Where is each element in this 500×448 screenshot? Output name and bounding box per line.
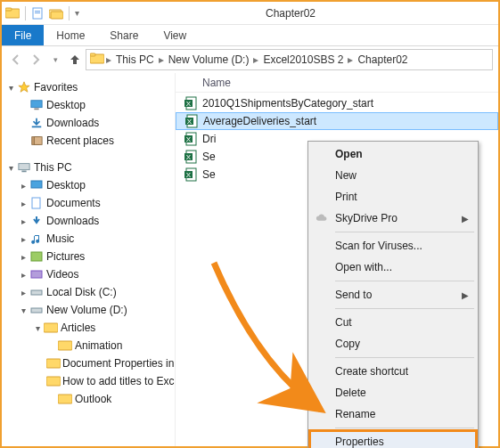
open-icon[interactable]	[49, 6, 63, 20]
breadcrumb-part[interactable]: New Volume (D:)	[166, 53, 252, 66]
file-row-selected[interactable]: X AverageDeliveries_start	[176, 112, 498, 130]
svg-text:X: X	[186, 135, 192, 143]
collapse-icon[interactable]: ▾	[5, 83, 16, 93]
menu-label: Properties	[335, 436, 384, 448]
menu-label: Create shortcut	[335, 365, 408, 378]
sidebar-item-newvolume[interactable]: ▾New Volume (D:)	[2, 301, 175, 319]
favorites-header[interactable]: ▾ Favorites	[2, 78, 175, 96]
menu-label: Send to	[335, 289, 372, 301]
menu-item-rename[interactable]: Rename	[310, 403, 476, 425]
chevron-right-icon[interactable]: ▸	[251, 53, 260, 66]
music-icon	[29, 232, 45, 245]
expand-icon[interactable]: ▸	[18, 288, 29, 297]
svg-rect-15	[21, 171, 26, 173]
menu-item-new[interactable]: New	[310, 165, 476, 186]
excel-icon: X	[183, 96, 201, 110]
expand-icon[interactable]: ▸	[18, 199, 29, 208]
sidebar-item-music[interactable]: ▸Music	[2, 230, 175, 248]
svg-text:X: X	[187, 118, 193, 126]
properties-icon[interactable]	[31, 6, 45, 20]
forward-button[interactable]	[27, 51, 45, 69]
sidebar-subitem[interactable]: How to add titles to Excel charts	[2, 372, 175, 390]
expand-icon[interactable]: ▸	[18, 216, 29, 226]
menu-item-open[interactable]: Open	[310, 143, 476, 165]
sidebar-item-label: New Volume (D:)	[45, 304, 127, 316]
address-row: ▾ ▸ This PC ▸ New Volume (D:) ▸ Excel201…	[2, 46, 498, 73]
menu-separator	[335, 357, 474, 358]
menu-item-copy[interactable]: Copy	[310, 333, 476, 354]
sidebar-item-documents[interactable]: ▸Documents	[2, 194, 175, 212]
menu-separator	[335, 232, 474, 232]
menu-label: Open with...	[335, 261, 392, 273]
sidebar-item-downloads[interactable]: Downloads	[2, 114, 175, 132]
menu-item-scan[interactable]: Scan for Viruses...	[310, 235, 476, 257]
expand-icon[interactable]: ▸	[18, 270, 29, 280]
chevron-right-icon[interactable]: ▸	[104, 53, 113, 66]
star-icon	[16, 81, 32, 94]
breadcrumb-part[interactable]: This PC	[113, 53, 157, 66]
sidebar-item-downloads[interactable]: ▸Downloads	[2, 212, 175, 230]
expand-icon[interactable]: ▸	[18, 234, 29, 244]
menu-label: SkyDrive Pro	[335, 212, 398, 224]
desktop-icon	[29, 179, 45, 191]
sidebar-subitem[interactable]: Outlook	[2, 390, 175, 408]
collapse-icon[interactable]: ▾	[18, 305, 29, 315]
menu-item-openwith[interactable]: Open with...	[310, 257, 476, 278]
breadcrumb-part[interactable]: Chapter02	[355, 53, 410, 66]
collapse-icon[interactable]: ▾	[5, 163, 16, 173]
sidebar-item-recent[interactable]: Recent places	[2, 132, 175, 150]
window-title: Chapter02	[83, 7, 498, 20]
chevron-right-icon[interactable]: ▸	[346, 53, 355, 66]
svg-rect-24	[46, 359, 61, 368]
sidebar-item-desktop[interactable]: ▸Desktop	[2, 176, 175, 194]
back-button[interactable]	[7, 51, 25, 69]
menu-item-cut[interactable]: Cut	[310, 312, 476, 333]
sidebar-item-articles[interactable]: ▾Articles	[2, 319, 175, 337]
menu-item-sendto[interactable]: Send to▶	[310, 284, 476, 305]
folder-icon	[46, 374, 61, 388]
collapse-icon[interactable]: ▾	[32, 323, 43, 333]
sidebar-subitem[interactable]: Document Properties in Excel	[2, 354, 175, 372]
menu-item-shortcut[interactable]: Create shortcut	[310, 361, 476, 382]
expand-icon[interactable]: ▸	[18, 252, 29, 262]
up-button[interactable]	[66, 51, 84, 69]
sidebar-item-pictures[interactable]: ▸Pictures	[2, 248, 175, 265]
cloud-icon	[314, 212, 330, 224]
menu-item-properties[interactable]: Properties	[310, 431, 476, 448]
qat-dropdown-icon[interactable]: ▾	[75, 8, 79, 18]
view-tab[interactable]: View	[151, 25, 199, 45]
breadcrumb-part[interactable]: Excel2010SBS 2	[260, 53, 346, 66]
svg-rect-17	[32, 198, 40, 208]
file-row[interactable]: X 2010Q1ShipmentsByCategory_start	[176, 94, 498, 112]
menu-item-skydrive[interactable]: SkyDrive Pro▶	[310, 208, 476, 229]
menu-item-print[interactable]: Print	[310, 186, 476, 208]
recent-dropdown-icon[interactable]: ▾	[46, 51, 64, 69]
sidebar-item-videos[interactable]: ▸Videos	[2, 265, 175, 283]
file-tab[interactable]: File	[2, 25, 44, 45]
folder-icon	[43, 321, 59, 335]
sidebar-item-desktop[interactable]: Desktop	[2, 96, 175, 114]
chevron-right-icon[interactable]: ▸	[157, 53, 166, 66]
menu-label: Delete	[335, 387, 366, 399]
sidebar-subitem[interactable]: Animation	[2, 337, 175, 354]
videos-icon	[29, 268, 45, 281]
menu-label: Copy	[335, 338, 360, 350]
svg-rect-10	[34, 109, 38, 110]
sidebar-item-label: Desktop	[45, 99, 86, 111]
menu-separator	[335, 308, 474, 309]
sidebar-item-label: Pictures	[45, 250, 85, 263]
home-tab[interactable]: Home	[44, 25, 97, 45]
expand-icon[interactable]: ▸	[18, 181, 29, 191]
menu-item-delete[interactable]: Delete	[310, 382, 476, 403]
svg-rect-14	[19, 164, 29, 170]
sidebar-item-label: Downloads	[45, 215, 99, 227]
context-menu: Open New Print SkyDrive Pro▶ Scan for Vi…	[307, 141, 479, 448]
documents-icon	[29, 197, 45, 209]
column-header-name[interactable]: Name	[176, 73, 498, 93]
thispc-header[interactable]: ▾ This PC	[2, 159, 175, 176]
sidebar-item-localdisk[interactable]: ▸Local Disk (C:)	[2, 283, 175, 301]
address-bar[interactable]: ▸ This PC ▸ New Volume (D:) ▸ Excel2010S…	[86, 49, 493, 70]
drive-icon	[29, 304, 45, 316]
downloads-icon	[29, 215, 45, 227]
share-tab[interactable]: Share	[97, 25, 151, 45]
